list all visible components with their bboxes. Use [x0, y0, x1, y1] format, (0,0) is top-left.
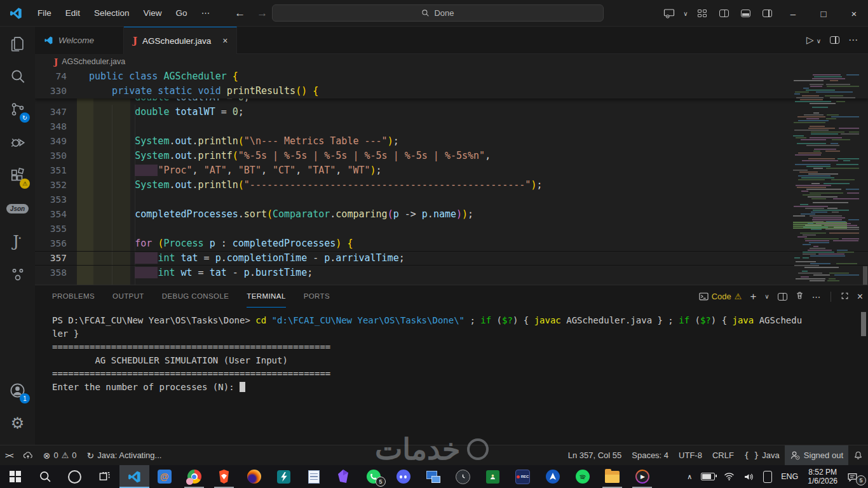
toggle-secondary-sidebar-icon[interactable]	[757, 4, 776, 22]
panel-more-actions-icon[interactable]: ⋯	[812, 292, 821, 302]
tab-agscheduler-java[interactable]: JAGScheduler.java×	[124, 27, 237, 54]
kill-terminal-icon[interactable]	[796, 291, 804, 302]
recorder-app[interactable]: REC	[508, 465, 538, 488]
remote-indicator[interactable]: ><	[0, 445, 18, 465]
language-indicator[interactable]: ENG	[776, 465, 803, 488]
command-center-search[interactable]: Done	[272, 4, 604, 22]
customize-layout-icon[interactable]	[693, 4, 712, 22]
panel-tab-output[interactable]: OUTPUT	[112, 285, 144, 308]
close-button[interactable]: ×	[840, 0, 868, 27]
screencast-icon[interactable]	[660, 4, 679, 22]
vscode-app[interactable]	[119, 465, 149, 488]
remote-explorer-icon[interactable]	[0, 258, 35, 291]
terminal-scrollbar[interactable]	[861, 312, 866, 336]
chevron-down-icon[interactable]: ∨	[681, 4, 690, 22]
tray-chevron-icon[interactable]: ∧	[682, 465, 696, 488]
panel-tab-ports[interactable]: PORTS	[304, 285, 330, 308]
classroom-app[interactable]	[478, 465, 508, 488]
split-editor-icon[interactable]	[830, 36, 839, 44]
editor-more-actions-icon[interactable]: ⋯	[848, 34, 858, 46]
code-line[interactable]: 351 "Proc", "AT", "BT", "CT", "TAT", "WT…	[35, 163, 868, 178]
code-line[interactable]: 349 System.out.println("\n--- Metrics Ta…	[35, 134, 868, 149]
code-line[interactable]: 356 for (Process p : completedProcesses)…	[35, 236, 868, 251]
breadcrumb[interactable]: J AGScheduler.java	[35, 54, 868, 69]
task-view-button[interactable]	[90, 465, 119, 488]
editor-scrollbar[interactable]	[863, 266, 867, 285]
code-line[interactable]: double totalTAT = 0;	[35, 98, 868, 105]
notifications-bell-icon[interactable]	[848, 445, 868, 465]
panel-tab-debug-console[interactable]: DEBUG CONSOLE	[162, 285, 229, 308]
terminal-output[interactable]: PS D:\FCAI_CU\New Year\OS\Tasks\Done> cd…	[35, 308, 868, 394]
code-line[interactable]: 353	[35, 193, 868, 207]
json-extension-icon[interactable]: Json	[0, 192, 35, 225]
code-line[interactable]: 357 int tat = p.completionTime - p.arriv…	[35, 251, 868, 266]
search-icon[interactable]	[0, 60, 35, 93]
language-mode[interactable]: { } Java	[739, 445, 785, 465]
menu-go[interactable]: Go	[169, 4, 194, 22]
vmware-app[interactable]: @	[149, 465, 179, 488]
menu-file[interactable]: File	[31, 4, 58, 22]
extensions-icon[interactable]: ⚠	[0, 159, 35, 192]
thunder-app[interactable]	[269, 465, 299, 488]
maximize-button[interactable]: □	[810, 0, 837, 27]
start-button[interactable]	[0, 465, 30, 488]
notes-app[interactable]	[299, 465, 329, 488]
panel-tab-terminal[interactable]: TERMINAL	[247, 285, 285, 308]
terminal-shell-item[interactable]: Code ⚠	[699, 292, 742, 301]
whatsapp-app[interactable]: 5	[358, 465, 388, 488]
firefox-app[interactable]	[239, 465, 269, 488]
code-line[interactable]: 352 System.out.println("----------------…	[35, 178, 868, 193]
forward-arrow-icon[interactable]: →	[257, 7, 268, 20]
taskbar-search-button[interactable]	[30, 465, 60, 488]
account-status[interactable]: Signed out	[785, 445, 848, 465]
tab-welcome[interactable]: Welcome	[35, 27, 124, 54]
media-player-app[interactable]: ▶	[627, 465, 657, 488]
explorer-icon[interactable]	[0, 27, 35, 60]
code-line[interactable]: 354 completedProcesses.sort(Comparator.c…	[35, 207, 868, 222]
problems-indicator[interactable]: ⊗ 0 ⚠ 0	[38, 445, 82, 465]
close-panel-icon[interactable]: ×	[857, 291, 863, 302]
code-line[interactable]: 347 double totalWT = 0;	[35, 105, 868, 119]
cursor-position[interactable]: Ln 357, Col 55	[563, 445, 627, 465]
cortana-button[interactable]	[60, 465, 90, 488]
maximize-panel-icon[interactable]	[841, 292, 849, 302]
encoding[interactable]: UTF-8	[674, 445, 707, 465]
discord-app[interactable]	[388, 465, 418, 488]
tab-close-icon[interactable]: ×	[222, 36, 227, 46]
code-line[interactable]: 348	[35, 119, 868, 134]
code-line[interactable]: 355	[35, 222, 868, 236]
menu-edit[interactable]: Edit	[58, 4, 87, 22]
run-button[interactable]: ▷ ∨	[806, 34, 821, 46]
indentation[interactable]: Spaces: 4	[627, 445, 674, 465]
notification-center-icon[interactable]: 5	[843, 465, 865, 488]
obsidian-app[interactable]	[329, 465, 358, 488]
toggle-sidebar-icon[interactable]	[714, 4, 733, 22]
panel-tab-problems[interactable]: PROBLEMS	[52, 285, 95, 308]
chrome-app[interactable]	[179, 465, 209, 488]
run-debug-icon[interactable]	[0, 126, 35, 159]
java-assistant-icon[interactable]: J⋆	[0, 225, 35, 258]
tray-clock[interactable]: 8:52 PM 1/6/2026	[803, 465, 843, 488]
code-line[interactable]: 74public class AGScheduler {	[35, 69, 868, 84]
new-terminal-icon[interactable]: +	[750, 290, 756, 303]
code-line[interactable]: 330 private static void printResults() {	[35, 84, 868, 98]
terminal-dropdown-icon[interactable]: ∨	[764, 293, 769, 300]
source-control-icon[interactable]: ↻	[0, 93, 35, 126]
clock-app[interactable]	[448, 465, 478, 488]
minimize-button[interactable]: –	[779, 0, 807, 27]
split-terminal-icon[interactable]	[778, 293, 787, 301]
toggle-panel-icon[interactable]	[736, 4, 755, 22]
back-arrow-icon[interactable]: ←	[234, 7, 245, 20]
screen-mirror-app[interactable]	[418, 465, 448, 488]
code-line[interactable]: 358 int wt = tat - p.burstTime;	[35, 266, 868, 280]
account-icon[interactable]: 1	[0, 374, 35, 407]
volume-icon[interactable]	[739, 465, 759, 488]
code-area[interactable]: double totalTAT = 0;347 double totalWT =…	[35, 69, 868, 285]
eol-sequence[interactable]: CRLF	[707, 445, 739, 465]
menu-[interactable]: ⋯	[194, 4, 217, 22]
menu-view[interactable]: View	[137, 4, 169, 22]
file-explorer-app[interactable]	[597, 465, 627, 488]
menu-selection[interactable]: Selection	[87, 4, 137, 22]
battery-icon[interactable]	[696, 465, 719, 488]
appstore-app[interactable]	[538, 465, 567, 488]
